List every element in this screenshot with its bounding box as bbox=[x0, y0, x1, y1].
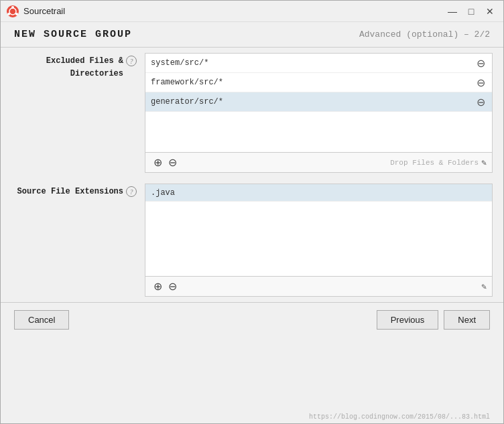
list-item: system/src/* ⊖ bbox=[145, 54, 492, 73]
page-title: NEW SOURCE GROUP bbox=[14, 29, 132, 40]
source-extensions-panel: .java ⊕ ⊖ ✎ bbox=[145, 184, 493, 297]
toolbar-left: ⊕ ⊖ bbox=[151, 156, 179, 169]
list-item-text: generator/src/* bbox=[151, 97, 475, 107]
close-button[interactable]: ✕ bbox=[482, 5, 498, 18]
remove-excluded-button[interactable]: ⊖ bbox=[166, 156, 179, 169]
excluded-files-sidebar: Excluded Files & Directories ? bbox=[1, 48, 145, 178]
excluded-files-label-line1: Excluded Files & bbox=[46, 56, 123, 66]
drop-hint: Drop Files & Folders ✎ bbox=[390, 157, 487, 168]
titlebar: Sourcetrail — □ ✕ bbox=[1, 1, 503, 22]
source-extensions-section: Source File Extensions ? .java ⊕ ⊖ bbox=[1, 178, 503, 302]
next-button[interactable]: Next bbox=[444, 310, 490, 330]
source-extensions-sidebar: Source File Extensions ? bbox=[1, 178, 145, 302]
remove-extension-button[interactable]: ⊖ bbox=[166, 280, 179, 293]
excluded-files-section: Excluded Files & Directories ? system/sr… bbox=[1, 48, 503, 178]
source-extensions-list: .java bbox=[145, 184, 492, 276]
url-bar: https://blog.codingnow.com/2015/08/...83… bbox=[309, 413, 490, 421]
list-item: .java bbox=[145, 184, 492, 202]
excluded-files-content: system/src/* ⊖ framework/src/* ⊖ generat… bbox=[145, 48, 503, 178]
maximize-button[interactable]: □ bbox=[463, 5, 479, 18]
excluded-files-list: system/src/* ⊖ framework/src/* ⊖ generat… bbox=[145, 54, 492, 152]
svg-point-4 bbox=[7, 13, 10, 15]
source-extensions-help-icon[interactable]: ? bbox=[126, 186, 137, 197]
remove-item-button[interactable]: ⊖ bbox=[475, 57, 487, 69]
svg-point-2 bbox=[11, 6, 14, 9]
cancel-button[interactable]: Cancel bbox=[14, 310, 69, 330]
svg-point-3 bbox=[15, 13, 18, 15]
remove-item-button[interactable]: ⊖ bbox=[475, 76, 487, 88]
app-logo bbox=[6, 5, 19, 18]
source-extensions-label: Source File Extensions bbox=[17, 187, 123, 196]
minimize-button[interactable]: — bbox=[444, 5, 460, 18]
excluded-files-help-icon[interactable]: ? bbox=[126, 56, 137, 66]
source-extensions-content: .java ⊕ ⊖ ✎ bbox=[145, 178, 503, 302]
source-extensions-toolbar: ⊕ ⊖ ✎ bbox=[145, 276, 492, 296]
footer: Cancel Previous Next bbox=[1, 302, 503, 337]
footer-right: Previous Next bbox=[377, 310, 490, 330]
drop-hint-extensions: ✎ bbox=[481, 281, 487, 292]
remove-item-button[interactable]: ⊖ bbox=[475, 96, 487, 108]
header: NEW SOURCE GROUP Advanced (optional) – 2… bbox=[1, 22, 503, 47]
drop-hint-text: Drop Files & Folders bbox=[390, 159, 479, 167]
excluded-files-toolbar: ⊕ ⊖ Drop Files & Folders ✎ bbox=[145, 152, 492, 172]
titlebar-controls: — □ ✕ bbox=[444, 5, 498, 18]
previous-button[interactable]: Previous bbox=[377, 310, 439, 330]
list-item-text: system/src/* bbox=[151, 58, 475, 68]
add-extension-button[interactable]: ⊕ bbox=[151, 280, 164, 293]
page-subtitle: Advanced (optional) – 2/2 bbox=[359, 29, 490, 40]
list-item: generator/src/* ⊖ bbox=[145, 92, 492, 112]
list-item-text: .java bbox=[151, 188, 487, 198]
edit-icon: ✎ bbox=[481, 157, 487, 168]
excluded-files-label-line2: Directories bbox=[70, 69, 123, 78]
titlebar-left: Sourcetrail bbox=[6, 5, 65, 18]
list-item: framework/src/* ⊖ bbox=[145, 73, 492, 92]
list-item-text: framework/src/* bbox=[151, 78, 475, 87]
app-title: Sourcetrail bbox=[23, 6, 65, 16]
add-excluded-button[interactable]: ⊕ bbox=[151, 156, 164, 169]
toolbar-left: ⊕ ⊖ bbox=[151, 280, 179, 293]
edit-icon: ✎ bbox=[481, 281, 487, 292]
excluded-files-panel: system/src/* ⊖ framework/src/* ⊖ generat… bbox=[145, 53, 493, 173]
